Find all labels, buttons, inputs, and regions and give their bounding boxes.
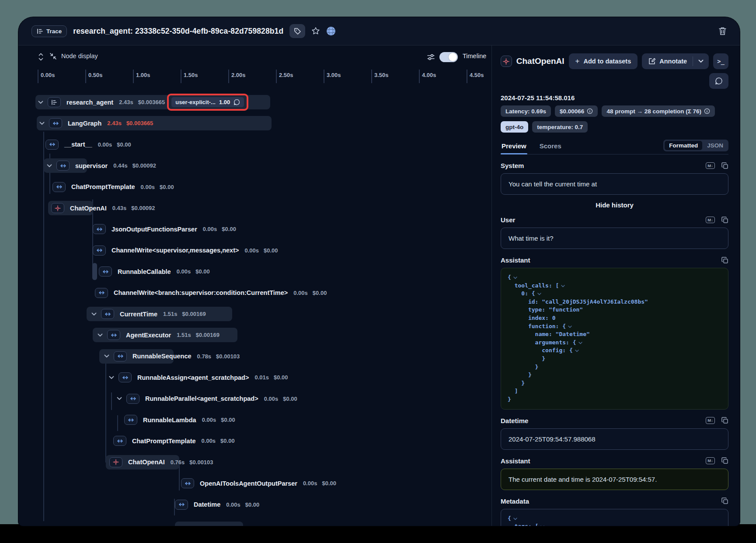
datetime-tool-output-box: 2024-07-25T09:54:57.988068 bbox=[501, 428, 728, 450]
chain-link-icon bbox=[118, 372, 132, 382]
expand-all-button[interactable] bbox=[38, 53, 44, 61]
chevron-down-icon[interactable] bbox=[108, 376, 115, 379]
tab-scores[interactable]: Scores bbox=[539, 142, 562, 154]
trace-span-row[interactable]: RunnableLambda0.00s$0.00 bbox=[18, 413, 491, 427]
trace-span-row[interactable]: __start__0.00s$0.00 bbox=[18, 137, 491, 152]
annotate-split-button[interactable]: Annotate bbox=[642, 53, 709, 69]
chain-link-icon bbox=[95, 288, 108, 298]
span-row-content: AgentExecutor1.51s$0.00169 bbox=[97, 328, 224, 342]
stat-badge[interactable]: $0.00066 bbox=[555, 105, 598, 117]
chain-link-icon bbox=[45, 140, 59, 150]
star-icon bbox=[311, 27, 320, 35]
trace-span-row[interactable]: Datetime0.00s$0.00 bbox=[18, 497, 491, 512]
feedback-score-chip[interactable]: user-explicit-...1.00 bbox=[171, 97, 244, 107]
collapse-chevron-icon[interactable] bbox=[578, 342, 582, 344]
collapse-chevron-icon[interactable] bbox=[540, 525, 544, 526]
trace-span-row[interactable]: ChatOpenAI0.43s$0.00092 bbox=[18, 201, 491, 215]
span-latency: 0.00s bbox=[226, 501, 240, 508]
collapse-all-icon bbox=[49, 53, 57, 60]
trace-span-row[interactable]: OpenAIToolsAgentOutputParser0.00s$0.00 bbox=[18, 476, 491, 490]
span-latency: 0.00s bbox=[303, 480, 317, 487]
trace-span-row[interactable]: CurrentTime1.51s$0.00169 bbox=[18, 307, 491, 321]
trace-span-row[interactable]: JsonOutputFunctionsParser0.00s$0.00 bbox=[18, 222, 491, 236]
trace-span-row[interactable]: ChatOpenAI0.76s$0.00103 bbox=[18, 455, 491, 469]
trace-span-row[interactable]: ChatPromptTemplate0.00s$0.00 bbox=[18, 434, 491, 448]
format-toggle-json[interactable]: JSON bbox=[703, 141, 727, 150]
display-settings-button[interactable] bbox=[427, 53, 435, 61]
span-latency: 0.00s bbox=[264, 396, 279, 402]
chevron-down-icon[interactable] bbox=[104, 354, 110, 358]
chevron-down-icon[interactable] bbox=[46, 164, 52, 168]
markdown-toggle-icon[interactable]: M↓ bbox=[706, 217, 715, 223]
span-latency: 2.43s bbox=[119, 99, 133, 105]
ruler-tick-label: 1.50s bbox=[184, 72, 198, 78]
trace-span-row[interactable]: AgentExecutor1.51s$0.00169 bbox=[18, 328, 491, 342]
markdown-toggle-icon[interactable]: M↓ bbox=[706, 417, 715, 424]
trace-span-row[interactable]: LangGraph2.43s$0.003665 bbox=[18, 116, 491, 130]
copy-icon[interactable] bbox=[721, 497, 728, 504]
chain-link-icon bbox=[114, 351, 127, 361]
span-row-content: JsonOutputFunctionsParser0.00s$0.00 bbox=[93, 222, 241, 236]
markdown-toggle-icon[interactable]: M↓ bbox=[706, 457, 715, 464]
trace-span-row[interactable]: supervisor0.44s$0.00092 bbox=[18, 158, 491, 173]
copy-icon[interactable] bbox=[721, 417, 728, 424]
assistant-final-message-box: The current date and time is 2024-07-25T… bbox=[501, 469, 728, 490]
chevron-down-icon[interactable] bbox=[116, 397, 122, 400]
trace-span-row[interactable]: RunnableSequence0.78s$0.00103 bbox=[18, 349, 491, 364]
ruler-tick-label: 1.00s bbox=[136, 72, 150, 78]
span-cost: $0.00 bbox=[160, 184, 174, 190]
stat-badge[interactable]: 48 prompt → 28 completion (Σ 76) bbox=[602, 105, 715, 117]
trace-span-row[interactable]: ChannelWrite<supervisor,messages,next>0.… bbox=[18, 243, 491, 258]
tags-button[interactable] bbox=[289, 24, 305, 38]
copy-icon[interactable] bbox=[721, 457, 728, 464]
tab-preview[interactable]: Preview bbox=[501, 142, 527, 154]
user-message-box: What time is it? bbox=[501, 228, 728, 249]
annotate-menu-chevron[interactable] bbox=[693, 60, 709, 63]
collapse-chevron-icon[interactable] bbox=[561, 285, 565, 287]
chevron-down-icon[interactable] bbox=[91, 312, 97, 316]
span-cost: $0.00103 bbox=[216, 353, 240, 360]
ruler-tick bbox=[181, 70, 181, 83]
copy-icon[interactable] bbox=[721, 217, 728, 224]
comments-button[interactable] bbox=[709, 73, 728, 89]
ruler-tick bbox=[38, 70, 38, 83]
star-button[interactable] bbox=[311, 27, 320, 35]
collapse-chevron-icon[interactable] bbox=[568, 326, 572, 328]
span-latency: 0.01s bbox=[254, 374, 269, 381]
format-toggle-formatted[interactable]: Formatted bbox=[665, 141, 702, 150]
copy-icon[interactable] bbox=[721, 257, 728, 264]
chain-link-icon bbox=[181, 478, 194, 488]
span-latency: 0.43s bbox=[112, 205, 127, 211]
markdown-toggle-icon[interactable]: M↓ bbox=[706, 162, 715, 169]
span-row-content: Datetime0.00s$0.00 bbox=[175, 497, 264, 512]
model-badge[interactable]: gpt-4o bbox=[501, 121, 528, 133]
collapse-chevron-icon[interactable] bbox=[513, 277, 517, 279]
collapse-chevron-icon[interactable] bbox=[513, 518, 517, 520]
metadata-json[interactable]: { tags: [ bbox=[508, 515, 721, 526]
chevron-down-icon[interactable] bbox=[39, 122, 45, 125]
chevron-down-icon[interactable] bbox=[97, 333, 103, 337]
trace-span-row[interactable]: RunnableAssign<agent_scratchpad>0.01s$0.… bbox=[18, 370, 491, 385]
avatar-globe-button[interactable] bbox=[326, 26, 336, 36]
trace-span-row[interactable]: ChannelWrite<branch:supervisor:condition… bbox=[18, 286, 491, 300]
span-cost: $0.00 bbox=[245, 501, 260, 508]
trace-span-row[interactable]: RunnableParallel<agent_scratchpad>0.00s$… bbox=[18, 392, 491, 406]
open-playground-button[interactable]: >_ bbox=[713, 53, 728, 69]
span-latency: 0.00s bbox=[202, 438, 216, 444]
trace-span-row[interactable]: RunnableCallable0.00s$0.00 bbox=[18, 264, 491, 279]
temperature-badge[interactable]: temperature: 0.7 bbox=[532, 121, 588, 133]
trace-span-row[interactable]: research_agent2.43s$0.003665user-explici… bbox=[18, 95, 491, 109]
collapse-chevron-icon[interactable] bbox=[537, 293, 541, 295]
delete-trace-button[interactable] bbox=[718, 27, 727, 35]
copy-icon[interactable] bbox=[721, 162, 728, 169]
chevron-down-icon[interactable] bbox=[38, 101, 44, 104]
collapse-all-button[interactable] bbox=[49, 53, 57, 60]
comment-bubble-icon bbox=[233, 99, 240, 105]
trace-span-row[interactable]: ChatPromptTemplate0.00s$0.00 bbox=[18, 180, 491, 194]
stat-badge[interactable]: Latency: 0.69s bbox=[501, 105, 551, 117]
assistant-toolcall-json[interactable]: { tool_calls: [ 0: { id: "call_20jDSJ5jA… bbox=[508, 273, 721, 404]
collapse-chevron-icon[interactable] bbox=[575, 350, 579, 352]
timeline-toggle[interactable] bbox=[439, 52, 458, 62]
hide-history-link[interactable]: Hide history bbox=[501, 201, 728, 209]
add-to-datasets-button[interactable]: + Add to datasets bbox=[569, 53, 638, 69]
